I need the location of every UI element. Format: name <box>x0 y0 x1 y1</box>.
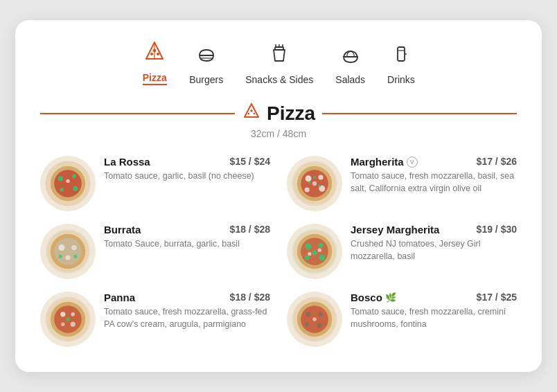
bosco-top: Bosco 🌿 $17 / $25 <box>351 292 517 303</box>
svg-point-36 <box>59 255 62 258</box>
section-pizza-icon <box>242 102 261 125</box>
svg-point-42 <box>60 312 65 317</box>
bosco-info: Bosco 🌿 $17 / $25 Tomato sauce, fresh mo… <box>351 292 517 330</box>
la-rossa-desc: Tomato sauce, garlic, basil (no cheese) <box>104 170 270 182</box>
svg-point-43 <box>71 312 75 316</box>
nav-label-pizza: Pizza <box>143 72 167 85</box>
snacks-icon <box>267 42 292 70</box>
svg-point-64 <box>318 242 323 247</box>
la-rossa-top: La Rossa $15 / $24 <box>104 156 270 168</box>
svg-point-17 <box>250 109 253 112</box>
burrata-info: Burrata $18 / $28 Tomato Sauce, burrata,… <box>104 224 270 250</box>
svg-point-58 <box>313 176 316 179</box>
leaf-icon: 🌿 <box>385 292 396 303</box>
svg-point-77 <box>305 322 309 326</box>
menu-col-right: Margherita V $17 / $26 Tomato sauce, fre… <box>287 156 517 347</box>
section-title: Pizza <box>242 102 315 125</box>
burger-icon <box>194 42 219 70</box>
svg-point-27 <box>60 188 63 191</box>
svg-point-34 <box>71 245 76 250</box>
menu-card: Pizza Burgers <box>15 20 542 372</box>
svg-point-57 <box>318 185 321 188</box>
section-subtitle: 32cm / 48cm <box>40 128 517 139</box>
jersey-margherita-desc: Crushed NJ tomatoes, Jersey Girl mozzare… <box>351 238 517 262</box>
jersey-margherita-image <box>287 224 342 279</box>
panna-name: Panna <box>104 292 135 303</box>
bosco-image <box>287 292 342 347</box>
drinks-icon <box>389 42 414 70</box>
burrata-image <box>40 224 96 279</box>
nav-label-salads: Salads <box>335 74 365 85</box>
svg-point-66 <box>305 255 310 260</box>
svg-point-26 <box>73 186 78 191</box>
margherita-top: Margherita V $17 / $26 <box>351 156 517 168</box>
svg-point-56 <box>308 181 311 184</box>
nav-item-salads[interactable]: Salads <box>335 42 365 85</box>
svg-point-25 <box>72 175 76 178</box>
svg-point-28 <box>66 179 69 183</box>
svg-point-69 <box>318 249 321 252</box>
margherita-price: $17 / $26 <box>477 156 517 167</box>
nav-item-pizza[interactable]: Pizza <box>142 39 167 85</box>
svg-point-63 <box>306 243 312 249</box>
panna-desc: Tomato sauce, fresh mozzarella, grass-fe… <box>104 305 270 330</box>
svg-point-33 <box>59 244 65 251</box>
svg-point-35 <box>65 255 70 260</box>
nav-label-snacks: Snacks & Sides <box>245 74 313 85</box>
menu-item-bosco: Bosco 🌿 $17 / $25 Tomato sauce, fresh mo… <box>287 292 517 347</box>
menu-item-margherita: Margherita V $17 / $26 Tomato sauce, fre… <box>287 156 517 211</box>
panna-top: Panna $18 / $28 <box>104 292 270 303</box>
svg-point-45 <box>61 323 64 326</box>
svg-point-24 <box>58 176 63 181</box>
margherita-image <box>287 156 342 211</box>
jersey-margherita-name: Jersey Margherita <box>351 224 439 235</box>
menu-grid: La Rossa $15 / $24 Tomato sauce, garlic,… <box>40 156 517 347</box>
burrata-price: $18 / $28 <box>230 224 270 235</box>
panna-price: $18 / $28 <box>230 292 270 303</box>
menu-item-la-rossa: La Rossa $15 / $24 Tomato sauce, garlic,… <box>40 156 270 211</box>
jersey-margherita-top: Jersey Margherita $19 / $30 <box>351 224 517 235</box>
nav-item-snacks[interactable]: Snacks & Sides <box>245 42 313 85</box>
panna-image <box>40 292 96 347</box>
bosco-price: $17 / $25 <box>477 292 517 303</box>
salads-icon <box>338 42 363 70</box>
svg-point-76 <box>317 323 322 328</box>
menu-item-burrata: Burrata $18 / $28 Tomato Sauce, burrata,… <box>40 224 270 279</box>
nav-item-burgers[interactable]: Burgers <box>189 42 223 85</box>
menu-col-left: La Rossa $15 / $24 Tomato sauce, garlic,… <box>40 156 270 347</box>
la-rossa-name: La Rossa <box>104 156 150 168</box>
la-rossa-image <box>40 156 96 211</box>
pizza-icon <box>142 39 167 68</box>
margherita-name: Margherita V <box>351 156 418 168</box>
svg-point-52 <box>318 175 323 179</box>
nav-label-drinks: Drinks <box>387 74 415 85</box>
svg-point-68 <box>308 252 311 256</box>
svg-point-5 <box>157 53 159 55</box>
svg-point-4 <box>151 53 153 55</box>
svg-point-44 <box>71 322 76 327</box>
svg-point-75 <box>319 312 323 317</box>
svg-point-74 <box>306 312 310 317</box>
nav-item-drinks[interactable]: Drinks <box>387 42 415 85</box>
bosco-desc: Tomato sauce, fresh mozzarella, cremini … <box>351 305 517 330</box>
svg-point-78 <box>312 317 316 321</box>
jersey-margherita-price: $19 / $30 <box>477 224 517 235</box>
svg-point-65 <box>319 255 325 261</box>
svg-point-19 <box>254 113 256 115</box>
svg-point-67 <box>312 250 317 255</box>
svg-point-23 <box>54 170 82 197</box>
burrata-desc: Tomato Sauce, burrata, garlic, basil <box>104 238 270 250</box>
burrata-top: Burrata $18 / $28 <box>104 224 270 235</box>
svg-point-55 <box>312 181 317 186</box>
category-nav: Pizza Burgers <box>40 39 517 85</box>
svg-point-18 <box>248 113 250 115</box>
bosco-name: Bosco 🌿 <box>351 292 396 303</box>
margherita-info: Margherita V $17 / $26 Tomato sauce, fre… <box>351 156 517 195</box>
nav-label-burgers: Burgers <box>189 74 223 85</box>
svg-point-32 <box>54 238 82 265</box>
section-header: Pizza <box>40 102 517 125</box>
svg-point-46 <box>66 317 69 321</box>
vegetarian-badge: V <box>407 157 418 168</box>
margherita-desc: Tomato sauce, fresh mozzarella, basil, s… <box>351 170 517 195</box>
jersey-margherita-info: Jersey Margherita $19 / $30 Crushed NJ t… <box>351 224 517 262</box>
